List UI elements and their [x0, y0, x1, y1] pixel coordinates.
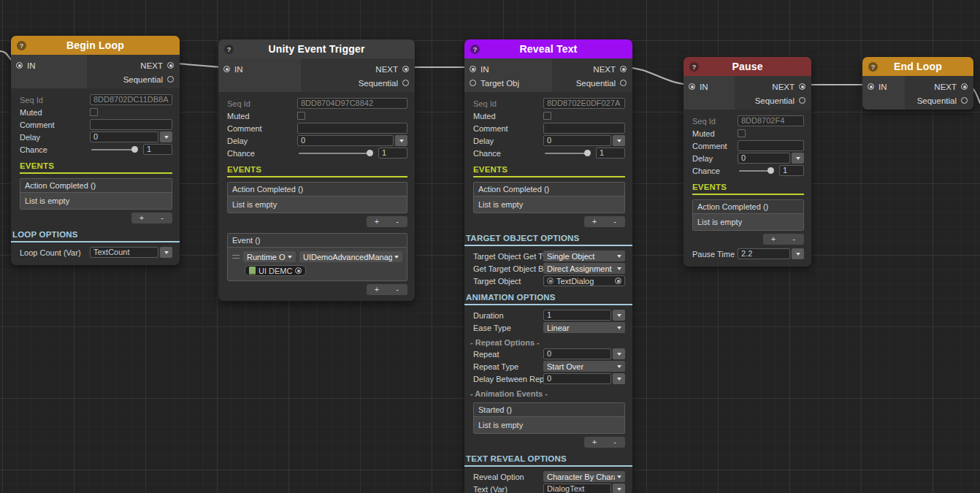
- target-object-field[interactable]: TextDialog: [543, 275, 625, 286]
- event-entry[interactable]: Action Completed (): [228, 183, 407, 196]
- node-end-loop[interactable]: ? End Loop IN NEXT Sequential: [862, 57, 973, 110]
- toggle-sequential[interactable]: Sequential: [735, 93, 805, 107]
- event-entry[interactable]: Started (): [474, 403, 624, 417]
- slider-thumb[interactable]: [767, 167, 774, 174]
- object-picker-icon[interactable]: [615, 278, 621, 284]
- node-header[interactable]: ? Pause: [684, 57, 811, 76]
- chance-slider[interactable]: [297, 148, 375, 158]
- remove-button[interactable]: -: [784, 234, 804, 245]
- pause-time-dropdown-button[interactable]: [792, 248, 804, 259]
- add-button[interactable]: +: [367, 216, 387, 227]
- add-button[interactable]: +: [763, 234, 784, 245]
- object-picker-icon[interactable]: [295, 267, 302, 274]
- port-next[interactable]: NEXT: [87, 58, 174, 72]
- add-button[interactable]: +: [584, 437, 605, 448]
- node-pause[interactable]: ? Pause IN NEXT Sequential Seq Id 8DD870…: [684, 57, 811, 267]
- text-var-input[interactable]: DialogText: [543, 484, 611, 493]
- delay-dropdown-button[interactable]: [792, 153, 804, 164]
- chance-value-input[interactable]: 1: [779, 165, 804, 176]
- help-icon[interactable]: ?: [868, 62, 878, 72]
- loop-count-input[interactable]: TextCount: [90, 247, 158, 258]
- pause-time-input[interactable]: 2.2: [738, 248, 790, 259]
- node-header[interactable]: ? End Loop: [862, 57, 973, 76]
- port-next[interactable]: NEXT: [735, 80, 805, 93]
- event-object-field[interactable]: UI DEMC: [245, 265, 306, 276]
- port-in[interactable]: IN: [16, 58, 87, 72]
- comment-input[interactable]: [297, 123, 407, 134]
- drag-handle-icon[interactable]: [232, 255, 240, 259]
- delay-input[interactable]: 0: [543, 135, 611, 146]
- remove-button[interactable]: -: [152, 213, 172, 223]
- add-button[interactable]: +: [367, 284, 387, 295]
- muted-checkbox[interactable]: [90, 108, 98, 116]
- reveal-option-select[interactable]: Character By Character: [543, 471, 625, 482]
- node-header[interactable]: ? Begin Loop: [11, 36, 180, 55]
- event-function-select[interactable]: UIDemoAdvancedManager.Consu: [299, 251, 402, 262]
- wire-revealtext-to-pause[interactable]: [623, 67, 693, 85]
- port-in[interactable]: IN: [470, 62, 552, 76]
- duration-dropdown-button[interactable]: [613, 310, 625, 321]
- delay-input[interactable]: 0: [90, 131, 158, 142]
- slider-thumb[interactable]: [367, 150, 373, 156]
- ease-type-select[interactable]: Linear: [543, 322, 625, 333]
- get-target-by-select[interactable]: Direct Assignment: [543, 263, 625, 274]
- remove-button[interactable]: -: [387, 216, 407, 227]
- remove-button[interactable]: -: [605, 437, 625, 448]
- muted-checkbox[interactable]: [297, 112, 305, 120]
- delay-dropdown-button[interactable]: [613, 135, 625, 146]
- toggle-sequential[interactable]: Sequential: [87, 72, 174, 86]
- help-icon[interactable]: ?: [689, 62, 699, 72]
- help-icon[interactable]: ?: [224, 45, 234, 54]
- comment-input[interactable]: [543, 123, 625, 134]
- port-next[interactable]: NEXT: [552, 62, 627, 76]
- help-icon[interactable]: ?: [470, 45, 480, 54]
- port-next[interactable]: NEXT: [905, 80, 968, 93]
- event-entry[interactable]: Action Completed (): [474, 183, 624, 196]
- node-header[interactable]: ? Unity Event Trigger: [218, 39, 415, 58]
- delay-dropdown-button[interactable]: [160, 131, 172, 142]
- repeat-dropdown-button[interactable]: [613, 348, 625, 359]
- node-header[interactable]: ? Reveal Text: [464, 39, 632, 58]
- toggle-sequential[interactable]: Sequential: [301, 76, 409, 90]
- duration-input[interactable]: 1: [543, 310, 611, 321]
- node-begin-loop[interactable]: ? Begin Loop IN NEXT Sequential Seq Id 8…: [11, 36, 180, 265]
- node-reveal-text[interactable]: ? Reveal Text IN Target Obj NEXT Sequent…: [464, 39, 632, 493]
- help-icon[interactable]: ?: [17, 41, 26, 50]
- event-mode-select[interactable]: Runtime Onl: [243, 251, 296, 262]
- toggle-sequential[interactable]: Sequential: [905, 93, 968, 107]
- target-get-type-select[interactable]: Single Object: [543, 251, 625, 261]
- add-button[interactable]: +: [131, 213, 152, 223]
- port-in[interactable]: IN: [868, 80, 905, 93]
- muted-checkbox[interactable]: [543, 112, 551, 120]
- port-in[interactable]: IN: [689, 80, 735, 93]
- delay-input[interactable]: 0: [297, 135, 394, 146]
- slider-thumb[interactable]: [584, 150, 591, 156]
- node-unity-event-trigger[interactable]: ? Unity Event Trigger IN NEXT Sequential…: [218, 39, 415, 301]
- delay-dropdown-button[interactable]: [395, 135, 407, 146]
- delay-between-dropdown-button[interactable]: [613, 373, 625, 384]
- text-var-dropdown-button[interactable]: [613, 484, 625, 493]
- chance-slider[interactable]: [738, 165, 776, 176]
- comment-input[interactable]: [90, 119, 172, 130]
- slider-thumb[interactable]: [131, 146, 138, 153]
- event-entry[interactable]: Action Completed (): [20, 179, 172, 193]
- repeat-type-select[interactable]: Start Over: [543, 361, 625, 372]
- chance-value-input[interactable]: 1: [596, 148, 625, 158]
- add-button[interactable]: +: [584, 216, 605, 227]
- chance-value-input[interactable]: 1: [378, 148, 407, 158]
- repeat-input[interactable]: 0: [543, 348, 611, 359]
- port-in[interactable]: IN: [223, 62, 301, 76]
- port-target-obj[interactable]: Target Obj: [470, 76, 552, 90]
- chance-slider[interactable]: [90, 144, 139, 155]
- muted-checkbox[interactable]: [738, 129, 746, 137]
- chance-slider[interactable]: [543, 148, 592, 158]
- delay-input[interactable]: 0: [738, 153, 790, 164]
- comment-input[interactable]: [738, 140, 804, 151]
- remove-button[interactable]: -: [605, 216, 625, 227]
- port-next[interactable]: NEXT: [301, 62, 409, 76]
- delay-between-input[interactable]: 0: [543, 373, 611, 384]
- loop-count-dropdown-button[interactable]: [160, 247, 172, 258]
- remove-button[interactable]: -: [387, 284, 407, 295]
- chance-value-input[interactable]: 1: [143, 144, 172, 155]
- event-entry[interactable]: Action Completed (): [693, 200, 803, 214]
